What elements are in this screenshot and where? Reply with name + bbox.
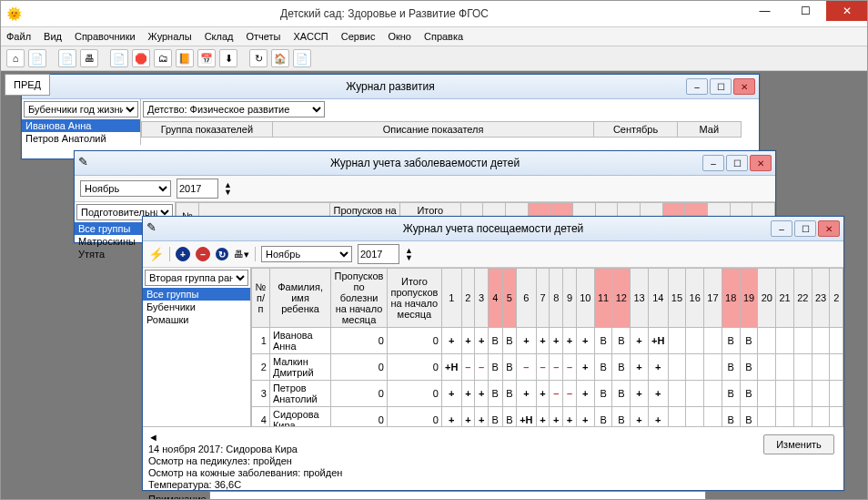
rotate-icon[interactable]: ↻	[216, 248, 228, 260]
cell[interactable]: 0	[331, 407, 388, 427]
cell[interactable]	[793, 328, 812, 354]
print-icon[interactable]: 🖶▾	[234, 249, 249, 260]
cell[interactable]: +	[536, 328, 550, 354]
toolbar-button[interactable]: 📄	[110, 49, 128, 67]
w3-list-item[interactable]: Все группы	[143, 288, 250, 301]
cell[interactable]: 0	[387, 354, 441, 381]
cell[interactable]	[776, 354, 794, 381]
window3-minimize[interactable]: –	[771, 220, 792, 237]
cell[interactable]: +	[563, 328, 577, 354]
cell[interactable]	[812, 381, 830, 407]
bolt-icon[interactable]: ⚡	[148, 247, 164, 261]
cell[interactable]: 1	[252, 328, 270, 354]
cell[interactable]: +	[550, 407, 563, 427]
w3-year-input[interactable]	[358, 244, 399, 264]
cell[interactable]	[704, 328, 722, 354]
cell[interactable]: Малкин Дмитрий	[269, 354, 330, 381]
cell[interactable]: Сидорова Кира	[269, 407, 330, 427]
maximize-button[interactable]: ☐	[785, 1, 826, 21]
menu-view[interactable]: Вид	[44, 31, 62, 42]
cell[interactable]: +	[631, 407, 649, 427]
minimize-button[interactable]: —	[744, 1, 785, 21]
cell[interactable]: –	[461, 354, 475, 381]
cell[interactable]	[668, 381, 686, 407]
w3-list-item[interactable]: Ромашки	[143, 313, 250, 326]
menu-journals[interactable]: Журналы	[148, 31, 192, 42]
cell[interactable]	[686, 407, 704, 427]
window2-close[interactable]: ✕	[750, 155, 772, 171]
menu-refs[interactable]: Справочники	[75, 31, 136, 42]
cell[interactable]: –	[536, 354, 550, 381]
toolbar-button[interactable]: ⌂	[6, 49, 25, 67]
window1-minimize[interactable]: –	[686, 78, 708, 95]
cell[interactable]: В	[722, 354, 740, 381]
cell[interactable]: +	[631, 354, 649, 381]
toolbar-button[interactable]: 📙	[176, 49, 194, 67]
cell[interactable]: 2	[252, 354, 270, 381]
cell[interactable]: +	[576, 381, 594, 407]
toolbar-button[interactable]: 📄	[58, 49, 76, 67]
menu-warehouse[interactable]: Склад	[205, 31, 234, 42]
spinner-icon[interactable]: ▲▼	[224, 181, 232, 196]
cell[interactable]: +	[550, 328, 563, 354]
cell[interactable]	[704, 354, 722, 381]
cell[interactable]: +	[576, 407, 594, 427]
cell[interactable]: В	[612, 328, 631, 354]
menu-service[interactable]: Сервис	[341, 31, 376, 42]
cell[interactable]	[830, 407, 843, 427]
window1-close[interactable]: ✕	[733, 78, 755, 95]
cell[interactable]	[830, 328, 843, 354]
cell[interactable]	[686, 381, 704, 407]
toolbar-button[interactable]: ⬇	[219, 49, 237, 67]
cell[interactable]: В	[502, 381, 517, 407]
window2-maximize[interactable]: ☐	[726, 155, 748, 171]
cell[interactable]	[776, 407, 794, 427]
toolbar-button[interactable]: 🖶	[80, 49, 98, 67]
cell[interactable]	[812, 328, 830, 354]
cell[interactable]	[668, 354, 686, 381]
w1-list-item[interactable]: Петров Анатолий	[22, 132, 140, 145]
toolbar-button[interactable]: 🏠	[271, 49, 289, 67]
cell[interactable]: –	[517, 354, 537, 381]
cell[interactable]: +	[517, 381, 537, 407]
cell[interactable]: +	[648, 354, 668, 381]
cell[interactable]: +	[475, 407, 489, 427]
cell[interactable]: В	[594, 354, 612, 381]
cell[interactable]	[830, 354, 843, 381]
cell[interactable]	[793, 407, 812, 427]
w2-month-select[interactable]: Ноябрь	[80, 180, 171, 197]
cell[interactable]: В	[740, 354, 758, 381]
cell[interactable]: 0	[387, 328, 441, 354]
menu-haccp[interactable]: ХАССП	[294, 31, 328, 42]
window3-maximize[interactable]: ☐	[794, 220, 816, 237]
cell[interactable]: +	[475, 328, 489, 354]
cell[interactable]: –	[563, 354, 577, 381]
cell[interactable]: В	[722, 381, 740, 407]
cell[interactable]	[758, 381, 776, 407]
cell[interactable]: В	[489, 354, 503, 381]
close-button[interactable]: ✕	[826, 1, 867, 21]
cell[interactable]: +	[441, 381, 461, 407]
note-input[interactable]	[209, 491, 706, 500]
cell[interactable]: +	[563, 407, 577, 427]
cell[interactable]: +	[475, 381, 489, 407]
cell[interactable]	[812, 407, 830, 427]
window3-close[interactable]: ✕	[818, 220, 840, 237]
add-icon[interactable]: +	[176, 247, 190, 261]
cell[interactable]	[793, 381, 812, 407]
cell[interactable]	[830, 381, 843, 407]
cell[interactable]: В	[740, 407, 758, 427]
cell[interactable]: В	[594, 381, 612, 407]
window1-maximize[interactable]: ☐	[710, 78, 732, 95]
cell[interactable]: –	[563, 381, 577, 407]
cell[interactable]: +	[536, 381, 550, 407]
cell[interactable]	[758, 328, 776, 354]
cell[interactable]: В	[612, 407, 631, 427]
cell[interactable]: 4	[252, 407, 270, 427]
cell[interactable]: +	[631, 328, 649, 354]
cell[interactable]	[668, 407, 686, 427]
spinner-icon[interactable]: ▲▼	[405, 247, 413, 261]
cell[interactable]: –	[475, 354, 489, 381]
cell[interactable]: В	[502, 328, 517, 354]
cell[interactable]: +	[648, 407, 668, 427]
